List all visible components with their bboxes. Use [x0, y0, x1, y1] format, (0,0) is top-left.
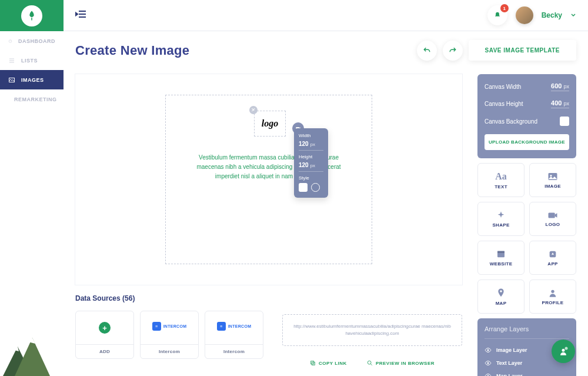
intercom-icon: ≡	[152, 322, 161, 331]
canvas-properties: Canvas Width600 px Canvas Height400 px C…	[477, 74, 576, 158]
svg-rect-23	[311, 361, 314, 364]
nav-remarketing[interactable]: REMARKETING	[0, 89, 64, 109]
width-input[interactable]: 120 px	[299, 141, 323, 151]
redo-icon	[449, 46, 457, 55]
save-template-button[interactable]: SAVE IMAGE TEMPLATE	[469, 40, 576, 61]
canvas-height-label: Canvas Height	[485, 101, 523, 107]
tool-shape[interactable]: SHAPE	[477, 202, 524, 236]
url-preview-box: http://www.estibulumfermentummassacubili…	[282, 314, 462, 346]
data-sources-title: Data Sources (56)	[75, 294, 462, 302]
tool-image[interactable]: IMAGE	[529, 163, 576, 197]
tool-palette: AaTEXT IMAGE SHAPE LOGO WEBSITE APP MAP …	[477, 163, 576, 314]
logo-element[interactable]: logo	[254, 111, 286, 137]
bell-icon	[493, 11, 502, 19]
notifications-button[interactable]: 1	[487, 5, 507, 25]
sidebar: DASHBOARD LISTS IMAGES REMARKETING	[0, 0, 64, 376]
nav-lists[interactable]: LISTS	[0, 51, 64, 70]
data-source-card[interactable]: ≡INTERCOM Intercom	[205, 311, 263, 359]
redo-button[interactable]	[443, 41, 463, 61]
svg-rect-22	[312, 362, 315, 365]
layers-title: Arrange Layers	[485, 325, 569, 339]
plus-icon: +	[99, 322, 111, 334]
undo-button[interactable]	[417, 41, 437, 61]
tool-website[interactable]: WEBSITE	[477, 241, 524, 275]
user-avatar[interactable]	[516, 6, 533, 24]
eye-icon[interactable]	[485, 372, 492, 376]
nav-dashboard[interactable]: DASHBOARD	[0, 31, 64, 51]
menu-collapse-icon	[75, 10, 86, 18]
notification-badge: 1	[500, 4, 509, 12]
sparkle-icon	[496, 211, 506, 220]
sprout-icon	[26, 11, 37, 21]
tool-profile[interactable]: PROFILE	[529, 279, 576, 314]
svg-point-24	[368, 361, 371, 364]
nav-images[interactable]: IMAGES	[0, 70, 64, 89]
undo-icon	[423, 46, 431, 55]
chat-fab[interactable]	[552, 340, 575, 363]
copy-link-button[interactable]: COPY LINK	[310, 360, 347, 366]
svg-point-19	[487, 362, 489, 364]
image-icon	[8, 76, 15, 84]
height-label: Height	[299, 154, 323, 159]
page-header: Create New Image SAVE IMAGE TEMPLATE	[75, 40, 576, 61]
url-text: http://www.estibulumfermentummassacubili…	[292, 323, 452, 337]
canvas-bg-label: Canvas Background	[485, 118, 537, 125]
search-icon	[367, 360, 373, 366]
canvas-area[interactable]: ✕ logo Vestibulum fermentum massa cubili…	[75, 74, 462, 285]
tool-text[interactable]: AaTEXT	[477, 163, 524, 197]
canvas-width-input[interactable]: 600 px	[551, 82, 569, 91]
nav-label: REMARKETING	[14, 97, 57, 102]
svg-point-25	[562, 349, 565, 352]
chevron-down-icon[interactable]	[570, 12, 576, 18]
bg-color-picker[interactable]	[560, 117, 569, 126]
style-circle-option[interactable]	[311, 183, 320, 192]
svg-point-11	[550, 175, 552, 177]
image-icon	[547, 172, 558, 181]
data-source-card[interactable]: ≡INTERCOM Intercom	[140, 311, 199, 359]
mountains-decoration	[0, 335, 64, 376]
browser-icon	[496, 249, 506, 259]
tool-app[interactable]: APP	[529, 241, 576, 275]
style-label: Style	[299, 175, 323, 181]
canvas-height-input[interactable]: 400 px	[551, 99, 569, 108]
svg-point-17	[551, 290, 554, 292]
nav-label: LISTS	[21, 58, 38, 64]
add-data-source-card[interactable]: + ADD	[75, 311, 134, 359]
upload-bg-button[interactable]: UPLOAD BACKGROUND IMAGE	[485, 134, 569, 150]
preview-browser-button[interactable]: PREVIEW IN BROWSER	[367, 360, 435, 366]
svg-point-18	[487, 350, 489, 351]
eye-icon[interactable]	[485, 360, 492, 367]
nav-label: IMAGES	[21, 77, 44, 83]
app-icon	[548, 249, 557, 259]
dashboard-icon	[8, 38, 12, 45]
height-input[interactable]: 120 px	[299, 162, 323, 172]
intercom-icon: ≡	[217, 322, 226, 331]
svg-marker-8	[28, 338, 35, 344]
canvas-width-label: Canvas Width	[485, 84, 521, 90]
width-label: Width	[299, 133, 323, 138]
layer-item[interactable]: Map Layer	[485, 370, 569, 376]
app-logo[interactable]	[0, 0, 64, 31]
svg-point-26	[565, 347, 568, 350]
tool-map[interactable]: MAP	[477, 279, 524, 314]
chat-icon	[557, 345, 569, 357]
style-square-option[interactable]	[299, 183, 308, 192]
properties-panel: Canvas Width600 px Canvas Height400 px C…	[477, 74, 576, 376]
camera-icon	[547, 211, 558, 219]
element-properties-popup: Width 120 px Height 120 px Style	[294, 128, 328, 198]
tool-logo[interactable]: LOGO	[529, 202, 576, 236]
svg-marker-7	[12, 347, 19, 351]
canvas-frame: ✕ logo Vestibulum fermentum massa cubili…	[165, 95, 372, 264]
menu-toggle[interactable]	[75, 10, 86, 21]
list-icon	[8, 57, 15, 64]
eye-icon[interactable]	[485, 347, 492, 354]
nav-label: DASHBOARD	[18, 38, 55, 44]
copy-icon	[310, 360, 316, 366]
person-icon	[548, 288, 557, 298]
page-title: Create New Image	[75, 43, 189, 58]
topbar: 1 Becky	[64, 0, 588, 31]
svg-rect-12	[549, 212, 555, 218]
text-icon: Aa	[495, 171, 507, 182]
user-name[interactable]: Becky	[542, 11, 562, 19]
svg-rect-14	[497, 251, 505, 252]
